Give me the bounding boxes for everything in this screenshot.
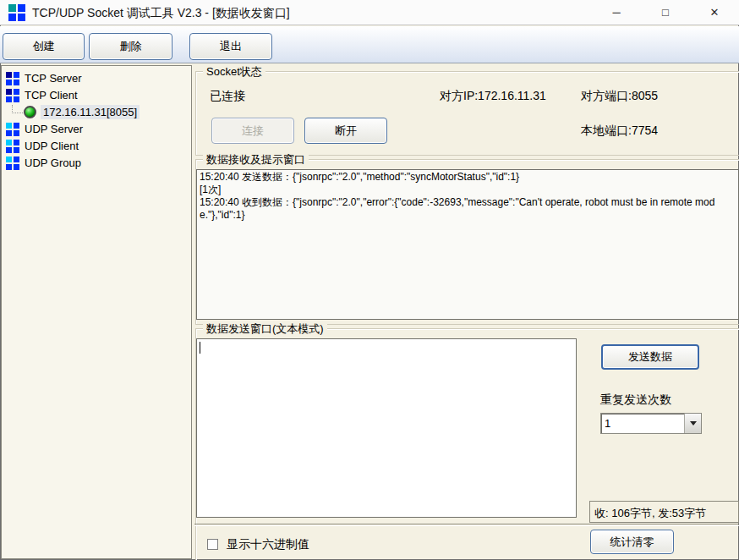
tree-item-label: TCP Client <box>25 89 78 102</box>
app-icon <box>8 4 25 21</box>
clear-stats-button[interactable]: 统计清零 <box>590 530 674 554</box>
tree-item-udp-group[interactable]: UDP Group <box>2 154 191 171</box>
udp-node-icon <box>6 122 19 135</box>
tree-item-label: TCP Server <box>25 72 82 85</box>
exit-button[interactable]: 退出 <box>189 33 272 60</box>
connection-status-text: 已连接 <box>210 89 245 104</box>
connect-button[interactable]: 连接 <box>211 118 294 144</box>
connection-status-icon <box>24 106 36 118</box>
connection-tree: TCP Server TCP Client 172.16.11.31[8055]… <box>1 65 192 559</box>
tree-item-tcp-server[interactable]: TCP Server <box>2 69 191 86</box>
chevron-down-icon <box>690 421 697 425</box>
tree-item-label: UDP Client <box>25 140 79 152</box>
repeat-count-value: 1 <box>601 414 684 433</box>
hex-display-checkbox[interactable] <box>207 539 218 550</box>
app-window: TCP/UDP Socket 调试工具 V2.3 - [数据收发窗口] ─ □ … <box>0 0 739 560</box>
tree-item-connection[interactable]: 172.16.11.31[8055] <box>2 103 191 120</box>
send-group-title: 数据发送窗口(文本模式) <box>203 321 327 337</box>
receive-log[interactable]: 15:20:40 发送数据：{"jsonrpc":"2.0","method":… <box>196 169 739 320</box>
tcp-node-icon <box>6 88 19 102</box>
tree-connector <box>12 105 23 113</box>
bottom-divider <box>194 524 739 526</box>
tree-item-label: UDP Group <box>25 156 81 169</box>
tree-item-label: 172.16.11.31[8055] <box>41 105 140 119</box>
udp-node-icon <box>6 139 19 152</box>
hex-display-label: 显示十六进制值 <box>227 537 309 552</box>
tree-item-label: UDP Server <box>25 123 83 135</box>
send-input[interactable] <box>196 338 577 518</box>
close-icon[interactable]: ✕ <box>690 0 739 25</box>
dropdown-button[interactable] <box>684 414 701 433</box>
tree-item-tcp-client[interactable]: TCP Client <box>2 86 191 103</box>
maximize-icon[interactable]: □ <box>641 0 690 25</box>
toolbar: 创建 删除 退出 <box>0 26 739 63</box>
receive-group-title: 数据接收及提示窗口 <box>203 152 309 167</box>
tree-item-udp-server[interactable]: UDP Server <box>2 120 191 137</box>
peer-port-label: 对方端口:8055 <box>581 89 658 104</box>
minimize-icon[interactable]: ─ <box>592 0 641 25</box>
tree-item-udp-client[interactable]: UDP Client <box>2 137 191 154</box>
repeat-count-label: 重复发送次数 <box>600 393 671 408</box>
titlebar: TCP/UDP Socket 调试工具 V2.3 - [数据收发窗口] ─ □ … <box>0 0 739 25</box>
window-title: TCP/UDP Socket 调试工具 V2.3 - [数据收发窗口] <box>32 0 290 25</box>
udp-node-icon <box>6 156 19 169</box>
create-button[interactable]: 创建 <box>3 33 85 60</box>
delete-button[interactable]: 删除 <box>89 33 172 60</box>
local-port-label: 本地端口:7754 <box>581 124 658 139</box>
send-data-button[interactable]: 发送数据 <box>601 344 699 370</box>
repeat-count-select[interactable]: 1 <box>600 413 702 434</box>
socket-status-group-title: Socket状态 <box>203 64 265 80</box>
byte-counter: 收: 106字节, 发:53字节 <box>589 501 739 523</box>
text-cursor <box>200 342 200 354</box>
disconnect-button[interactable]: 断开 <box>304 118 387 144</box>
peer-ip-label: 对方IP:172.16.11.31 <box>440 89 546 104</box>
tcp-node-icon <box>6 71 19 85</box>
